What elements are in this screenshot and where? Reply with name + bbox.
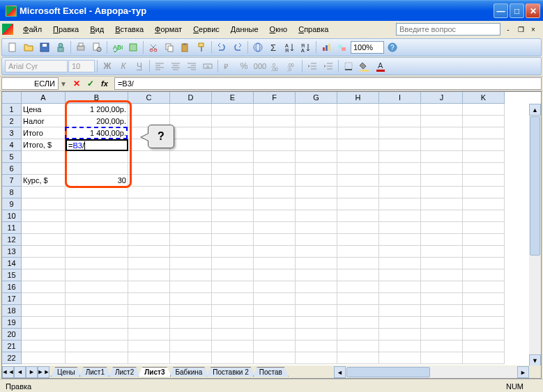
cell-I17[interactable] (379, 293, 421, 305)
align-right-button[interactable] (184, 58, 199, 74)
cell-I1[interactable] (379, 104, 421, 116)
cell-B8[interactable] (66, 187, 128, 198)
merge-center-button[interactable]: a (200, 58, 215, 74)
cell-K13[interactable] (463, 246, 505, 258)
row-header-20[interactable]: 20 (2, 329, 22, 340)
cell-C11[interactable] (128, 222, 170, 234)
cell-E11[interactable] (212, 222, 254, 234)
cell-K4[interactable] (463, 139, 505, 151)
row-header-5[interactable]: 5 (2, 151, 22, 163)
cell-I22[interactable] (379, 352, 421, 364)
cell-D19[interactable] (170, 317, 212, 329)
cell-F5[interactable] (254, 151, 296, 163)
cell-J6[interactable] (421, 163, 463, 175)
cell-C20[interactable] (128, 329, 170, 340)
sheet-tab-Цены[interactable]: Цены (51, 367, 82, 377)
cell-G4[interactable] (296, 139, 337, 151)
scroll-down-button[interactable]: ▼ (529, 354, 541, 366)
cell-C9[interactable] (128, 198, 170, 210)
cell-F4[interactable] (254, 139, 296, 151)
cell-C18[interactable] (128, 305, 170, 317)
cell-D18[interactable] (170, 305, 212, 317)
cell-B7[interactable]: 30 (66, 175, 128, 187)
save-button[interactable] (37, 40, 52, 55)
cell-D17[interactable] (170, 293, 212, 305)
cell-H22[interactable] (337, 352, 379, 364)
name-box[interactable]: ЕСЛИ (1, 77, 59, 90)
cell-G5[interactable] (296, 151, 337, 163)
cell-I6[interactable] (379, 163, 421, 175)
cell-H1[interactable] (337, 104, 379, 116)
cell-F10[interactable] (254, 210, 296, 222)
italic-button[interactable]: К (116, 58, 131, 74)
cell-K20[interactable] (463, 329, 505, 340)
cell-B22[interactable] (66, 352, 128, 364)
row-header-8[interactable]: 8 (2, 187, 22, 198)
cell-J15[interactable] (421, 269, 463, 281)
cell-B19[interactable] (66, 317, 128, 329)
cell-F19[interactable] (254, 317, 296, 329)
close-button[interactable]: ✕ (526, 3, 540, 18)
row-header-3[interactable]: 3 (2, 127, 22, 139)
cell-E15[interactable] (212, 269, 254, 281)
tab-nav-prev[interactable]: ◄ (14, 366, 26, 378)
cell-H20[interactable] (337, 329, 379, 340)
cell-H2[interactable] (337, 116, 379, 127)
cell-F14[interactable] (254, 258, 296, 269)
cell-E21[interactable] (212, 340, 254, 352)
cell-I4[interactable] (379, 139, 421, 151)
cell-G15[interactable] (296, 269, 337, 281)
cell-G2[interactable] (296, 116, 337, 127)
align-left-button[interactable] (152, 58, 167, 74)
cell-H5[interactable] (337, 151, 379, 163)
sheet-tab-Лист1[interactable]: Лист1 (79, 367, 111, 377)
redo-button[interactable] (230, 40, 245, 55)
enter-button[interactable]: ✓ (85, 78, 96, 89)
cell-I5[interactable] (379, 151, 421, 163)
comma-button[interactable]: 000 (252, 58, 268, 74)
col-header-D[interactable]: D (170, 92, 212, 104)
row-header-9[interactable]: 9 (2, 198, 22, 210)
cell-F1[interactable] (254, 104, 296, 116)
increase-indent-button[interactable] (321, 58, 336, 74)
cell-G13[interactable] (296, 246, 337, 258)
cell-A10[interactable] (22, 210, 66, 222)
tab-nav-first[interactable]: ◄◄ (2, 366, 14, 378)
cell-G10[interactable] (296, 210, 337, 222)
row-header-17[interactable]: 17 (2, 293, 22, 305)
cell-D3[interactable] (170, 127, 212, 139)
cell-H7[interactable] (337, 175, 379, 187)
cell-C17[interactable] (128, 293, 170, 305)
cell-G17[interactable] (296, 293, 337, 305)
cell-F11[interactable] (254, 222, 296, 234)
cell-I3[interactable] (379, 127, 421, 139)
cell-F16[interactable] (254, 281, 296, 293)
cell-E19[interactable] (212, 317, 254, 329)
cell-A17[interactable] (22, 293, 66, 305)
scroll-right-button[interactable]: ► (517, 366, 529, 378)
cell-K3[interactable] (463, 127, 505, 139)
autosum-button[interactable]: Σ (266, 40, 282, 55)
zoom-box[interactable]: 100% (351, 41, 384, 54)
cell-E2[interactable] (212, 116, 254, 127)
cell-I21[interactable] (379, 340, 421, 352)
cell-J21[interactable] (421, 340, 463, 352)
help-button[interactable]: ? (385, 40, 400, 55)
scroll-left-button[interactable]: ◄ (334, 366, 346, 378)
undo-button[interactable] (214, 40, 229, 55)
cell-F13[interactable] (254, 246, 296, 258)
paste-button[interactable] (178, 40, 193, 55)
cell-J3[interactable] (421, 127, 463, 139)
cell-G6[interactable] (296, 163, 337, 175)
cell-G7[interactable] (296, 175, 337, 187)
cell-A21[interactable] (22, 340, 66, 352)
cell-G14[interactable] (296, 258, 337, 269)
format-painter-button[interactable] (194, 40, 209, 55)
cell-I9[interactable] (379, 198, 421, 210)
cell-J1[interactable] (421, 104, 463, 116)
cell-B10[interactable] (66, 210, 128, 222)
col-header-K[interactable]: K (463, 92, 505, 104)
cell-D5[interactable] (170, 151, 212, 163)
row-header-18[interactable]: 18 (2, 305, 22, 317)
currency-button[interactable]: ₽ (220, 58, 236, 74)
